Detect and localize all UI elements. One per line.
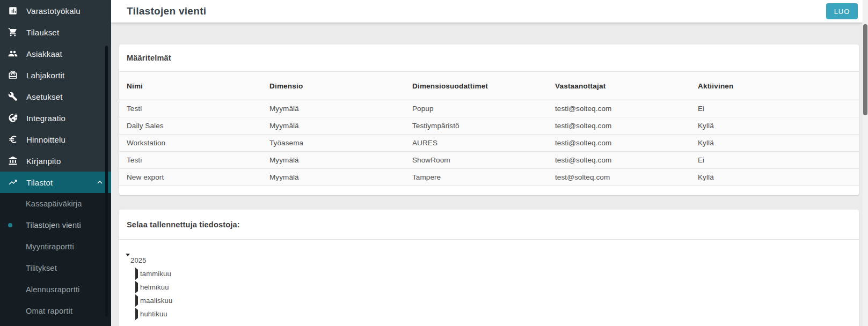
app-window: Varastotyökalu Tilaukset Asiakkaat Lahja… [0, 0, 868, 326]
sidebar-item-label: Varastotyökalu [26, 6, 81, 16]
cell-suodattimet: ShowRoom [405, 152, 548, 168]
create-button[interactable]: LUO [826, 3, 858, 19]
tree-item-year[interactable]: 2025 [126, 254, 859, 267]
sidebar-item-label: Tilastot [26, 178, 53, 187]
submenu-item-tilastojen-vienti[interactable]: Tilastojen vienti [0, 214, 111, 236]
definitions-table-header: Nimi Dimensio Dimensiosuodattimet Vastaa… [119, 72, 859, 100]
cell-vastaanottajat: testi@solteq.com [548, 100, 690, 117]
submenu-item-label: Kassapäiväkirja [26, 199, 82, 208]
page-scrollbar[interactable] [863, 0, 868, 326]
submenu-item-tilitykset[interactable]: Tilitykset [0, 257, 111, 279]
sidebar-item-asetukset[interactable]: Asetukset [0, 86, 111, 107]
tree-item-month[interactable]: tammikuu [126, 267, 859, 280]
tree-item-label: helmikuu [140, 283, 169, 291]
column-header-dimensiosuodattimet: Dimensiosuodattimet [405, 72, 548, 100]
sidebar-item-integraatio[interactable]: Integraatio [0, 107, 111, 129]
gift-card-icon [8, 70, 18, 80]
sidebar-item-tilaukset[interactable]: Tilaukset [0, 21, 111, 43]
caret-right-icon [135, 283, 140, 291]
cell-nimi: New export [119, 169, 262, 186]
cell-nimi: Workstation [119, 135, 262, 151]
cell-nimi: Testi [119, 152, 262, 168]
sidebar-item-label: Integraatio [26, 114, 65, 123]
cell-dimensio: Myymälä [262, 117, 405, 134]
cell-vastaanottajat: testi@solteq.com [548, 117, 690, 134]
sidebar: Varastotyökalu Tilaukset Asiakkaat Lahja… [0, 0, 111, 326]
chevron-up-icon [95, 177, 105, 187]
cell-aktiivinen: Ei [690, 152, 859, 168]
cell-vastaanottajat: testi@solteq.com [548, 135, 690, 151]
cell-suodattimet: Tampere [405, 169, 548, 186]
tree-item-month[interactable]: helmikuu [126, 280, 859, 294]
definitions-card: Määritelmät Nimi Dimensio Dimensiosuodat… [119, 45, 859, 195]
tilastot-submenu: Kassapäiväkirja Tilastojen vienti Myynti… [0, 193, 111, 326]
caret-down-icon [126, 256, 130, 264]
table-row[interactable]: New export Myymälä Tampere test@solteq.c… [119, 169, 859, 186]
submenu-item-label: Myyntiraportti [26, 242, 74, 251]
euro-icon [8, 135, 18, 144]
submenu-item-label: Tilastojen vienti [26, 221, 81, 229]
topbar: Tilastojen vienti LUO [111, 0, 863, 23]
cell-aktiivinen: Ei [690, 100, 859, 117]
saved-files-card-title: Selaa tallennettuja tiedostoja: [119, 210, 859, 240]
table-row[interactable]: Daily Sales Myymälä Testiympäristö testi… [119, 117, 859, 135]
cell-dimensio: Myymälä [262, 169, 405, 186]
column-header-nimi: Nimi [119, 72, 262, 100]
cell-suodattimet: Testiympäristö [405, 117, 548, 134]
caret-right-icon [135, 297, 140, 305]
caret-right-icon [135, 270, 140, 278]
table-row[interactable]: Testi Myymälä ShowRoom testi@solteq.com … [119, 152, 859, 169]
submenu-item-label: Alennusraportti [26, 285, 80, 294]
column-header-vastaanottajat: Vastaanottajat [548, 72, 690, 100]
sidebar-item-kirjanpito[interactable]: Kirjanpito [0, 150, 111, 172]
cell-dimensio: Työasema [262, 135, 405, 151]
sidebar-scrollbar-thumb[interactable] [105, 46, 108, 316]
sidebar-item-label: Tilaukset [26, 28, 59, 37]
submenu-item-label: Omat raportit [26, 307, 72, 315]
definitions-card-title: Määritelmät [119, 45, 859, 72]
sidebar-item-label: Asetukset [26, 92, 63, 101]
sidebar-item-hinnoittelu[interactable]: Hinnoittelu [0, 129, 111, 150]
cell-aktiivinen: Kyllä [690, 169, 859, 186]
cell-vastaanottajat: test@solteq.com [548, 169, 690, 186]
sidebar-item-label: Asiakkaat [26, 49, 62, 58]
saved-files-card: Selaa tallennettuja tiedostoja: 2025 tam… [119, 210, 859, 326]
tree-item-label: tammikuu [140, 270, 171, 278]
cell-dimensio: Myymälä [262, 152, 405, 168]
submenu-item-label: Tilitykset [26, 264, 57, 272]
sidebar-item-lahjakortit[interactable]: Lahjakortit [0, 64, 111, 86]
tree-item-month[interactable]: maaliskuu [126, 294, 859, 307]
sidebar-item-varastotyokalu[interactable]: Varastotyökalu [0, 0, 111, 21]
tree-item-label: huhtikuu [140, 310, 167, 318]
tree-item-label: 2025 [130, 256, 147, 264]
sidebar-item-asiakkaat[interactable]: Asiakkaat [0, 43, 111, 64]
active-item-dot-icon [8, 223, 12, 227]
bar-chart-icon [8, 6, 18, 16]
cell-nimi: Testi [119, 100, 262, 117]
wrench-icon [8, 92, 18, 101]
cell-suodattimet: Popup [405, 100, 548, 117]
page-scrollbar-thumb[interactable] [863, 24, 867, 115]
tree-item-month[interactable]: huhtikuu [126, 307, 859, 321]
cell-aktiivinen: Kyllä [690, 135, 859, 151]
table-row[interactable]: Workstation Työasema AURES testi@solteq.… [119, 135, 859, 152]
sidebar-item-label: Hinnoittelu [26, 135, 65, 144]
submenu-item-omat-raportit[interactable]: Omat raportit [0, 300, 111, 322]
submenu-item-kassapaivakirja[interactable]: Kassapäiväkirja [0, 193, 111, 214]
cell-suodattimet: AURES [405, 135, 548, 151]
bank-icon [8, 156, 18, 166]
submenu-item-myyntiraportti[interactable]: Myyntiraportti [0, 236, 111, 257]
people-icon [8, 49, 18, 58]
cell-dimensio: Myymälä [262, 100, 405, 117]
files-tree: 2025 tammikuu helmikuu maaliskuu huhtiku… [119, 240, 859, 321]
column-header-aktiivinen: Aktiivinen [690, 72, 859, 100]
table-row[interactable]: Testi Myymälä Popup testi@solteq.com Ei [119, 100, 859, 117]
shopping-cart-icon [8, 27, 18, 37]
cell-aktiivinen: Kyllä [690, 117, 859, 134]
column-header-dimensio: Dimensio [262, 72, 405, 100]
globe-lock-icon [8, 113, 18, 123]
page-title: Tilastojen vienti [127, 5, 206, 17]
submenu-item-alennusraportti[interactable]: Alennusraportti [0, 279, 111, 300]
sidebar-item-tilastot[interactable]: Tilastot [0, 172, 111, 193]
cell-nimi: Daily Sales [119, 117, 262, 134]
